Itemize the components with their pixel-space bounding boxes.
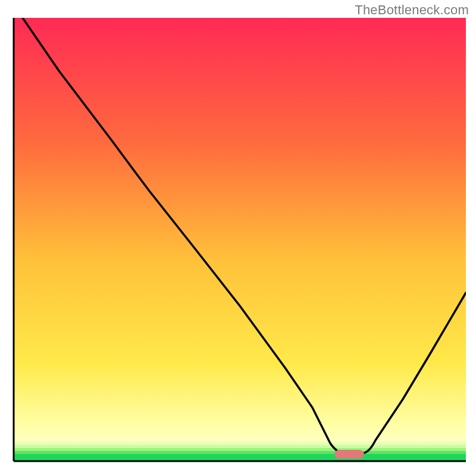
svg-rect-3 (14, 445, 466, 448)
svg-rect-2 (14, 441, 466, 445)
chart-svg (0, 0, 476, 476)
plot-area (14, 18, 466, 461)
svg-rect-6 (14, 454, 466, 461)
svg-rect-5 (14, 451, 466, 454)
svg-rect-1 (14, 18, 466, 461)
watermark-text: TheBottleneck.com (355, 2, 469, 18)
chart-container: { "watermark": "TheBottleneck.com", "cha… (0, 0, 476, 476)
optimum-marker (334, 450, 364, 459)
svg-rect-4 (14, 448, 466, 451)
